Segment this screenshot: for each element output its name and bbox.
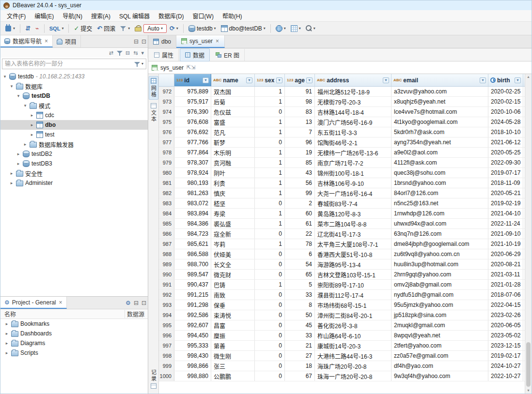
row-number[interactable]: 983 [159, 198, 174, 208]
grid-cell-sex[interactable]: 1 [255, 87, 285, 96]
minimize-icon[interactable]: ⊟ [132, 38, 140, 45]
table-row[interactable]: 992991,215南致033濮县街112号-17-4nydfu51dh@gma… [159, 290, 525, 300]
row-number[interactable]: 974 [159, 107, 174, 117]
grid-cell-email[interactable]: 9w3qf4h@yahoo.com [391, 371, 488, 381]
grid-cell-address[interactable]: 辽北街41号-17-3 [315, 229, 391, 239]
grid-cell-id[interactable]: 984,723 [174, 229, 211, 239]
grid-cell-email[interactable]: jp518zpk@sina.com [391, 310, 488, 320]
tree-item-testdb3-database[interactable]: ▸ testDB3 [0, 159, 148, 168]
grid-cell-email[interactable]: 2hrn9gqt@yahoo.com [391, 270, 488, 279]
grid-cell-address[interactable]: 大尧一广场16号-16-4 [315, 188, 391, 198]
table-row[interactable]: 987985,621岑莉178太平角三大厦108号-7-1dme84jbph@g… [159, 239, 525, 249]
link-with-editor-icon[interactable]: ⇆ [133, 50, 138, 56]
grid-cell-address[interactable]: 吉林路106号-9-10 [315, 178, 391, 188]
grid-cell-birth[interactable]: 2024-05-28 [488, 117, 523, 127]
grid-cell-address[interactable]: 东五街11号-3-3 [315, 127, 391, 137]
row-number[interactable]: 999 [159, 361, 174, 371]
grid-cell-address[interactable]: 太平角三大厦108号-7-1 [315, 239, 391, 249]
close-icon[interactable]: × [215, 38, 219, 45]
close-icon[interactable]: × [44, 38, 48, 45]
grid-cell-email[interactable]: ayng7354n@yeah.net [391, 137, 488, 147]
table-row[interactable]: 980978,924阴叶143锦州街100号-18-1quec38j@sohu.… [159, 168, 525, 178]
table-row[interactable]: 983983,072嵇坚02春城街83号-7-4n5nc25@163.net20… [159, 198, 525, 209]
browser-button[interactable]: ▾ [274, 24, 288, 33]
grid-cell-age[interactable]: 50 [285, 310, 315, 320]
column-header-name[interactable]: ABC name ▼ [211, 74, 255, 86]
grid-cell-sex[interactable]: 1 [255, 97, 285, 106]
transaction-log-button[interactable]: ▾ [118, 25, 132, 32]
grid-cell-birth[interactable]: 2019-02-17 [488, 351, 523, 361]
sort-dropdown-icon[interactable]: ▼ [306, 77, 313, 83]
table-row[interactable]: 975976,608富盛113澳门六广场56号-16-94t1kyo@googl… [159, 117, 525, 127]
grid-cell-id[interactable]: 998,866 [174, 361, 211, 371]
grid-cell-age[interactable]: 33 [285, 290, 315, 300]
tree-item-schemas-folder[interactable]: ▾ 模式 [0, 101, 148, 110]
grid-cell-address[interactable]: 大港纬二路44号-16-3 [315, 351, 391, 361]
grid-cell-age[interactable]: 27 [285, 351, 315, 361]
grid-cell-sex[interactable]: 0 [255, 331, 285, 340]
chevron-right-icon[interactable]: ▸ [30, 132, 34, 137]
grid-cell-age[interactable]: 13 [285, 117, 315, 127]
menu-navigate[interactable]: 导航(N) [58, 10, 87, 21]
schema-selector[interactable]: dbo@testDB▾ [219, 24, 267, 33]
grid-cell-birth[interactable]: 2023-02-26 [488, 310, 523, 320]
grid-cell-age[interactable]: 78 [285, 239, 315, 249]
grid-cell-name[interactable]: 裘弘盛 [211, 219, 255, 228]
grid-cell-birth[interactable]: 2024-10-27 [488, 361, 523, 371]
lock-button[interactable] [133, 24, 142, 32]
table-row[interactable]: 991990,437巴铸15崇阳街89号-17-10omv2j8ab@gmail… [159, 280, 525, 290]
column-header-address[interactable]: ABC address ▼ [315, 74, 391, 86]
column-header-id[interactable]: 123 id ▼ [174, 74, 211, 86]
grid-cell-age[interactable]: 99 [285, 188, 315, 198]
grid-cell-id[interactable]: 991,298 [174, 300, 211, 310]
chevron-right-icon[interactable]: ▸ [9, 181, 14, 185]
grid-cell-sex[interactable]: 1 [255, 209, 285, 218]
table-row[interactable]: 981980,193利贵156吉林路106号-9-101brsnd@yahoo.… [159, 178, 525, 188]
grid-cell-name[interactable]: 巴铸 [211, 280, 255, 289]
tree-item-schema-dbo[interactable]: ▸ dbo [0, 120, 148, 130]
grid-cell-age[interactable]: 43 [285, 168, 315, 178]
grid-cell-email[interactable]: 95u5jmzk@yahoo.com [391, 300, 488, 310]
sql-editor-button[interactable]: SQL▾ [47, 25, 66, 32]
grid-cell-address[interactable]: 海游路95号-13-4 [315, 259, 391, 269]
filter-table-name[interactable]: sys_user [160, 64, 184, 71]
grid-cell-birth[interactable]: 2019-07-17 [488, 168, 523, 178]
table-row[interactable]: 996994,450糜振033柞山路64号-6-108wpqvl@yeah.ne… [159, 331, 525, 341]
grid-cell-id[interactable]: 985,621 [174, 239, 211, 249]
navigator-filter-input[interactable] [5, 61, 132, 67]
grid-cell-birth[interactable]: 2022-04-15 [488, 300, 523, 310]
row-number[interactable]: 984 [159, 209, 174, 218]
grid-cell-age[interactable]: 33 [285, 331, 315, 340]
grid-cell-sex[interactable]: 1 [255, 280, 285, 289]
grid-cell-name[interactable]: 微克财 [211, 270, 255, 279]
grid-cell-address[interactable]: 吉林路144号-18-4 [315, 107, 391, 117]
table-row[interactable]: 999998,866张三018海珠广场20号-20-8df4h@yao.com2… [159, 361, 525, 371]
grid-cell-address[interactable]: 馆陶街46号-2-1 [315, 137, 391, 147]
grid-cell-age[interactable]: 98 [285, 97, 315, 106]
grid-cell-address[interactable]: 菜市二路104号-8-8 [315, 219, 391, 228]
grid-cell-name[interactable]: 伏娅美 [211, 249, 255, 259]
grid-cell-email[interactable]: uhwxd94x@aol.com [391, 219, 488, 228]
grid-corner[interactable] [159, 74, 174, 86]
grid-cell-email[interactable]: n5nc25@163.net [391, 198, 488, 208]
grid-cell-birth[interactable]: 2020-06-05 [488, 320, 523, 330]
grid-cell-address[interactable]: 濮县街112号-17-4 [315, 290, 391, 300]
close-icon[interactable]: × [58, 299, 63, 306]
grid-cell-email[interactable]: zz0a57e@gmail.com [391, 351, 488, 361]
grid-cell-email[interactable]: a9e0l2@aol.com [391, 148, 488, 157]
grid-cell-birth[interactable]: 2021-03-11 [488, 270, 523, 279]
grid-cell-email[interactable]: 4t1kyo@googlemail.com [391, 117, 488, 127]
row-number[interactable]: 975 [159, 117, 174, 127]
column-header-birth[interactable]: birth ▼ [488, 74, 523, 86]
view-menu-icon[interactable]: ▾ [141, 50, 144, 56]
row-number[interactable]: 992 [159, 290, 174, 300]
menu-edit[interactable]: 编辑(E) [30, 10, 58, 21]
menu-window[interactable]: 窗口(W) [188, 10, 218, 21]
tree-item-schema-test[interactable]: ▸ test [0, 130, 148, 139]
grid-cell-address[interactable]: 崇阳街89号-17-10 [315, 280, 391, 289]
grid-cell-sex[interactable]: 0 [255, 290, 285, 300]
collapse-all-icon[interactable]: ⊟ [125, 50, 130, 56]
grid-cell-age[interactable]: 67 [285, 371, 315, 381]
grid-cell-sex[interactable]: 1 [255, 239, 285, 249]
grid-cell-sex[interactable]: 1 [255, 219, 285, 228]
